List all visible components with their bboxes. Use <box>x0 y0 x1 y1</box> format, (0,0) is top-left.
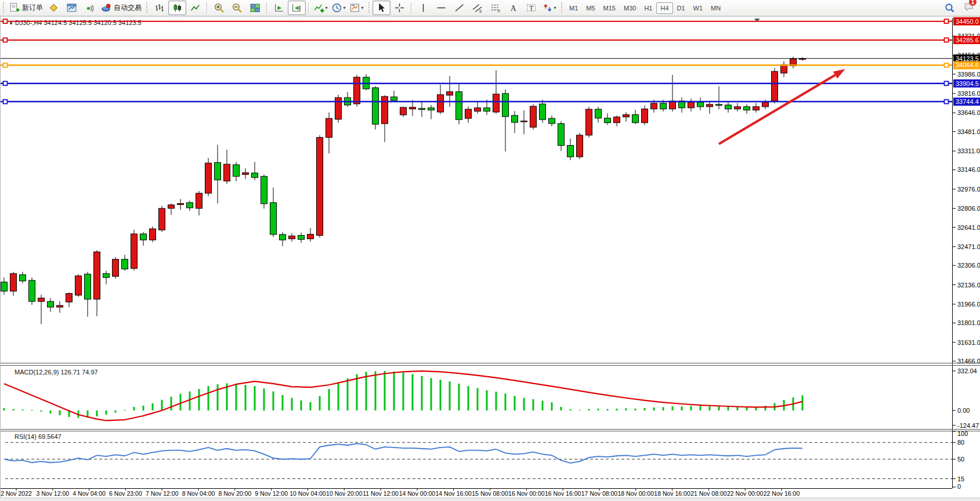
fibonacci-button[interactable]: F <box>486 1 504 15</box>
time-axis[interactable]: 2 Nov 20223 Nov 12:004 Nov 04:006 Nov 23… <box>1 488 800 497</box>
vertical-line-button[interactable] <box>414 1 432 15</box>
arrows-button[interactable]: ▾ <box>540 1 558 15</box>
charts-button[interactable] <box>63 1 81 15</box>
price-tick-label: 32471.0 <box>957 243 980 250</box>
search-icon <box>944 2 955 13</box>
time-tick-label: 8 Nov 04:00 <box>182 490 215 497</box>
line-handle[interactable] <box>3 38 8 42</box>
candle <box>122 259 128 269</box>
candle <box>103 273 110 277</box>
timeframe-M5-button[interactable]: M5 <box>582 2 599 14</box>
price-tick-label: 31466.0 <box>957 358 980 365</box>
line-handle[interactable] <box>945 38 949 42</box>
candle <box>298 235 305 239</box>
timeframe-H1-button[interactable]: H1 <box>640 2 656 14</box>
candle <box>205 163 212 193</box>
zoom-out-button[interactable] <box>228 1 246 15</box>
candle <box>586 109 592 135</box>
crosshair-icon <box>394 2 405 13</box>
line-chart-button[interactable] <box>186 1 204 15</box>
price-tick-label: 33146.0 <box>957 166 980 173</box>
candle <box>150 229 156 240</box>
timeframe-M15-button[interactable]: M15 <box>599 2 620 14</box>
toolbar-grip <box>368 2 371 14</box>
timeframe-D1-button[interactable]: D1 <box>673 2 689 14</box>
autotrade-icon <box>100 2 111 13</box>
price-tick-label: 32306.0 <box>957 262 980 269</box>
line-handle[interactable] <box>945 81 949 85</box>
line-handle[interactable] <box>945 100 949 104</box>
trendline-button[interactable] <box>450 1 468 15</box>
candle <box>270 203 277 235</box>
rsi-line <box>4 444 802 463</box>
cursor-icon <box>376 2 387 13</box>
timeframe-H4-button[interactable]: H4 <box>656 2 672 14</box>
arrows-icon <box>542 2 553 13</box>
time-tick-label: 18 Nov 16:00 <box>654 490 690 497</box>
line-handle[interactable] <box>3 100 8 104</box>
ohlc-bars-icon <box>154 2 165 13</box>
candlestick-button[interactable] <box>168 1 186 15</box>
zoom-in-button[interactable] <box>210 1 228 15</box>
line-handle[interactable] <box>945 19 949 23</box>
timeframe-MN-button[interactable]: MN <box>707 2 725 14</box>
time-tick-label: 16 Nov 00:00 <box>508 490 545 497</box>
time-tick-label: 21 Nov 08:00 <box>690 490 727 497</box>
auto-trading-button[interactable]: 自动交易 <box>99 1 143 15</box>
toolbar-grip <box>2 2 5 14</box>
time-tick-label: 15 Nov 08:00 <box>472 490 508 497</box>
bar-chart-button[interactable] <box>150 1 168 15</box>
search-button[interactable] <box>941 1 959 15</box>
candle <box>419 109 425 110</box>
horizontal-line-button[interactable] <box>432 1 450 15</box>
templates-button[interactable]: ▾ <box>348 1 366 15</box>
time-tick-label: 6 Nov 23:00 <box>109 490 142 497</box>
time-tick-label: 11 Nov 12:00 <box>363 490 399 497</box>
toolbar: 新订单自动交易▾▾▾EFAT▾M1M5M15M30H1H4D1W1MN <box>0 0 980 16</box>
candle <box>493 94 500 112</box>
new-order-button[interactable]: 新订单 <box>7 1 45 15</box>
text-button[interactable]: A <box>504 1 522 15</box>
crosshair-button[interactable] <box>390 1 408 15</box>
candle <box>196 193 202 208</box>
auto-scroll-button[interactable] <box>270 1 288 15</box>
indicators-button[interactable]: ▾ <box>312 1 330 15</box>
timeframe-W1-button[interactable]: W1 <box>689 2 707 14</box>
time-tick-label: 16 Nov 16:00 <box>545 490 581 497</box>
candle <box>512 116 518 122</box>
candle <box>762 102 769 107</box>
indicators-icon <box>313 2 324 13</box>
text-label-button[interactable]: T <box>522 1 540 15</box>
timeframe-M30-button[interactable]: M30 <box>620 2 640 14</box>
rsi-tick-label: 0 <box>957 483 961 490</box>
line-handle[interactable] <box>945 63 949 67</box>
chart-area[interactable]: ▼ DJ30-,H4 34124.5 34125.5 34120.5 34123… <box>0 16 980 501</box>
candle <box>335 98 342 119</box>
text-a-icon: A <box>508 2 519 13</box>
candle <box>326 118 332 138</box>
candle <box>280 235 286 240</box>
chart-shift-button[interactable] <box>288 1 306 15</box>
notifications-button[interactable]: 1 <box>963 1 974 15</box>
channel-button[interactable]: E <box>468 1 486 15</box>
line-handle[interactable] <box>3 19 8 23</box>
periods-button[interactable]: ▾ <box>330 1 348 15</box>
line-handle[interactable] <box>3 81 8 85</box>
candle <box>549 118 555 124</box>
tile-windows-button[interactable] <box>246 1 264 15</box>
candle <box>744 107 750 110</box>
toolbar-separator <box>266 2 267 14</box>
cursor-button[interactable] <box>373 1 390 15</box>
line-handle[interactable] <box>3 63 8 67</box>
autoscroll-icon <box>273 2 284 13</box>
broadcast-button[interactable] <box>81 1 99 15</box>
candle <box>85 274 91 299</box>
market-watch-button[interactable] <box>45 1 63 15</box>
chevron-down-icon: ▾ <box>361 5 363 10</box>
timeframe-M1-button[interactable]: M1 <box>565 2 582 14</box>
time-tick-label: 7 Nov 12:00 <box>146 490 179 497</box>
new-order-button-label: 新订单 <box>22 3 43 13</box>
time-tick-label: 17 Nov 08:00 <box>581 490 618 497</box>
svg-text:E: E <box>479 9 482 13</box>
candle <box>289 236 295 239</box>
